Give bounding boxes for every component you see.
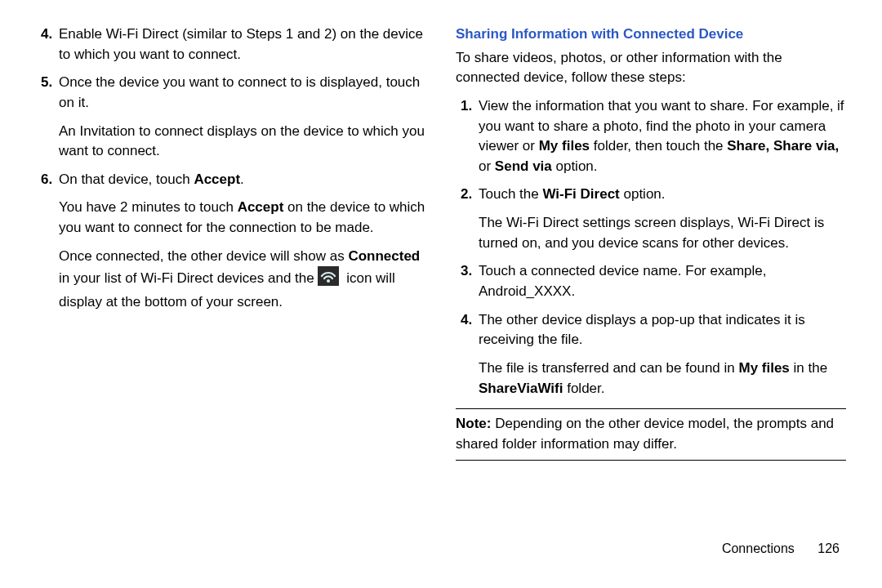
bold-text: My files — [738, 360, 789, 376]
step-paragraph: Touch a connected device name. For examp… — [479, 261, 846, 301]
right-step: 4.The other device displays a pop-up tha… — [456, 310, 846, 399]
step-paragraph: Enable Wi-Fi Direct (similar to Steps 1 … — [59, 24, 426, 65]
step-paragraph: You have 2 minutes to touch Accept on th… — [59, 198, 426, 238]
step-body: On that device, touch Accept.You have 2 … — [59, 170, 426, 313]
bold-text: Connected — [348, 248, 420, 264]
step-number: 3. — [456, 261, 479, 301]
step-paragraph: An Invitation to connect displays on the… — [59, 122, 426, 162]
note-text: Note: Depending on the other device mode… — [456, 414, 846, 454]
step-number: 4. — [456, 310, 479, 399]
step-paragraph: The other device displays a pop-up that … — [479, 310, 846, 350]
svg-point-1 — [327, 279, 330, 283]
section-title: Sharing Information with Connected Devic… — [456, 24, 846, 45]
step-body: View the information that you want to sh… — [479, 96, 846, 177]
step-number: 6. — [36, 170, 59, 313]
step-paragraph: The Wi-Fi Direct settings screen display… — [479, 213, 846, 253]
section-intro: To share videos, photos, or other inform… — [456, 48, 846, 88]
step-number: 5. — [36, 73, 59, 162]
bold-text: Accept — [194, 172, 240, 187]
wifi-direct-icon — [318, 266, 339, 292]
right-step: 1.View the information that you want to … — [456, 96, 846, 177]
bold-text: My files — [539, 138, 590, 154]
left-column: 4.Enable Wi-Fi Direct (similar to Steps … — [36, 24, 441, 531]
footer-page-number: 126 — [817, 541, 840, 555]
right-step: 3.Touch a connected device name. For exa… — [456, 261, 846, 301]
step-body: Touch the Wi-Fi Direct option.The Wi-Fi … — [479, 185, 846, 253]
step-paragraph: View the information that you want to sh… — [479, 96, 846, 177]
bold-text: Note: — [456, 416, 491, 431]
left-step: 5.Once the device you want to connect to… — [36, 73, 426, 162]
right-column: Sharing Information with Connected Devic… — [441, 24, 846, 531]
page-footer: Connections 126 — [0, 539, 882, 558]
step-body: The other device displays a pop-up that … — [479, 310, 846, 399]
step-paragraph: On that device, touch Accept. — [59, 170, 426, 190]
step-paragraph: Once connected, the other device will sh… — [59, 247, 426, 313]
step-body: Enable Wi-Fi Direct (similar to Steps 1 … — [59, 24, 426, 65]
footer-section: Connections — [722, 541, 795, 555]
note-block: Note: Depending on the other device mode… — [456, 408, 846, 460]
bold-text: Accept — [238, 199, 284, 215]
step-paragraph: Touch the Wi-Fi Direct option. — [479, 185, 846, 205]
step-body: Touch a connected device name. For examp… — [479, 261, 846, 301]
bold-text: ShareViaWifi — [479, 381, 563, 396]
step-number: 4. — [36, 24, 59, 65]
step-paragraph: Once the device you want to connect to i… — [59, 73, 426, 113]
left-step: 6.On that device, touch Accept.You have … — [36, 170, 426, 313]
step-number: 2. — [456, 185, 479, 253]
left-step: 4.Enable Wi-Fi Direct (similar to Steps … — [36, 24, 426, 65]
step-number: 1. — [456, 96, 479, 177]
step-paragraph: The file is transferred and can be found… — [479, 359, 846, 399]
bold-text: Wi-Fi Direct — [542, 186, 619, 202]
bold-text: Share, Share via, — [727, 138, 839, 154]
bold-text: Send via — [495, 158, 552, 174]
step-body: Once the device you want to connect to i… — [59, 73, 426, 162]
right-step: 2.Touch the Wi-Fi Direct option.The Wi-F… — [456, 185, 846, 253]
